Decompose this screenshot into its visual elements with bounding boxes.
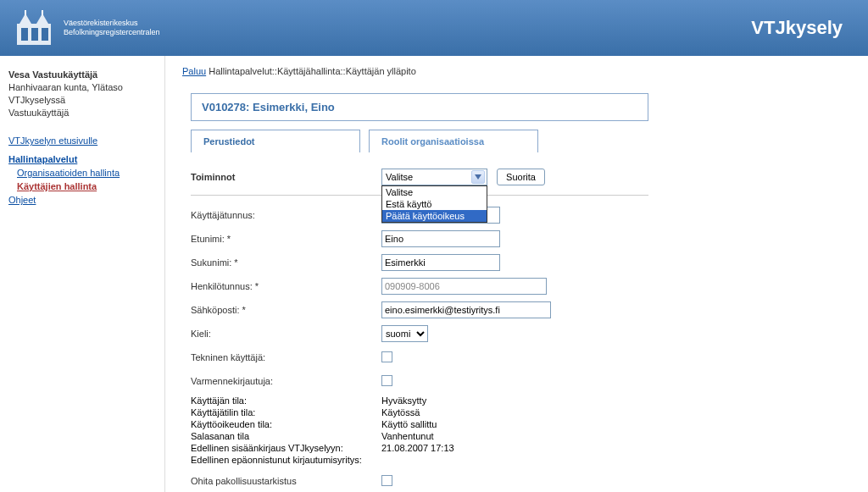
user-info-block: Vesa Vastuukäyttäjä Hanhivaaran kunta, Y… <box>8 69 156 119</box>
email-label: Sähköposti: * <box>191 305 381 315</box>
last-login-value: 21.08.2007 17:13 <box>381 443 454 453</box>
toiminnot-label: Toiminnot <box>191 172 381 182</box>
account-state-value: Käytössä <box>381 407 420 417</box>
right-state-value: Käyttö sallittu <box>381 419 437 429</box>
last-fail-label: Edellinen epäonnistunut kirjautumisyrity… <box>191 455 381 465</box>
page-title: V010278: Esimerkki, Eino <box>191 93 648 121</box>
tabs: Perustiedot Roolit organisaatioissa <box>191 130 648 152</box>
tab-basic-info[interactable]: Perustiedot <box>191 130 360 152</box>
password-state-value: Vanhentunut <box>381 431 434 441</box>
main-content: Paluu Hallintapalvelut::Käyttäjähallinta… <box>165 56 868 492</box>
technical-label: Tekninen käyttäjä: <box>191 352 381 362</box>
user-context: VTJkyselyssä <box>8 94 156 107</box>
username-label: Käyttäjätunnus: <box>191 210 381 220</box>
account-state-label: Käyttäjätilin tila: <box>191 407 381 417</box>
svg-rect-7 <box>42 10 43 15</box>
suorita-button[interactable]: Suorita <box>497 169 545 185</box>
toiminnot-selected: Valitse <box>386 172 413 182</box>
vrk-logo-icon <box>13 7 55 49</box>
password-state-label: Salasanan tila <box>191 431 381 441</box>
breadcrumb-back-link[interactable]: Paluu <box>182 66 206 76</box>
breadcrumb-trail: Hallintapalvelut::Käyttäjähallinta::Käyt… <box>209 66 416 76</box>
sidebar-section-admin[interactable]: Hallintapalvelut <box>8 154 156 164</box>
breadcrumb: Paluu Hallintapalvelut::Käyttäjähallinta… <box>182 66 851 76</box>
lang-select[interactable]: suomi <box>381 325 428 342</box>
user-state-value: Hyväksytty <box>381 395 426 406</box>
lastname-input[interactable] <box>381 254 500 271</box>
toiminnot-dropdown-list: Valitse Estä käyttö Päätä käyttöoikeus <box>381 185 487 223</box>
user-role: Vastuukäyttäjä <box>8 107 156 119</box>
sidebar-link-frontpage[interactable]: VTJkyselyn etusivulle <box>8 135 156 146</box>
tab-roles[interactable]: Roolit organisaatioissa <box>369 130 538 152</box>
logo-area: Väestörekisterikeskus Befolkningsregiste… <box>13 7 160 49</box>
right-state-label: Käyttöoikeuden tila: <box>191 419 381 429</box>
sidebar-link-orgs[interactable]: Organisaatioiden hallinta <box>17 168 156 178</box>
email-input[interactable] <box>381 301 551 318</box>
user-state-label: Käyttäjän tila: <box>191 395 381 406</box>
toiminnot-select[interactable]: Valitse Valitse Estä käyttö Päätä käyttö… <box>381 169 487 185</box>
app-title: VTJkysely <box>751 17 843 39</box>
cert-checkbox[interactable] <box>381 375 392 386</box>
toiminnot-option-paata[interactable]: Päätä käyttöoikeus <box>382 210 487 222</box>
toiminnot-option-esta[interactable]: Estä käyttö <box>382 198 487 210</box>
hetu-label: Henkilötunnus: * <box>191 281 381 291</box>
last-login-label: Edellinen sisäänkirjaus VTJkyselyyn: <box>191 443 381 453</box>
hetu-input[interactable] <box>381 278 547 295</box>
svg-rect-6 <box>25 10 26 15</box>
firstname-label: Etunimi: * <box>191 234 381 244</box>
chevron-down-icon <box>471 170 485 184</box>
svg-rect-1 <box>21 28 28 41</box>
toiminnot-option-valitse[interactable]: Valitse <box>382 186 487 198</box>
user-org: Hanhivaaran kunta, Ylätaso <box>8 81 156 94</box>
top-bar: Väestörekisterikeskus Befolkningsregiste… <box>0 0 868 56</box>
skip-label: Ohita pakollisuustarkistus <box>191 476 381 486</box>
user-name: Vesa Vastuukäyttäjä <box>8 69 156 81</box>
sidebar-link-users[interactable]: Käyttäjien hallinta <box>17 181 156 191</box>
org-name-fi: Väestörekisterikeskus <box>64 19 160 28</box>
cert-label: Varmennekirjautuja: <box>191 376 381 386</box>
technical-checkbox[interactable] <box>381 351 392 362</box>
org-name-sv: Befolkningsregistercentralen <box>64 28 160 37</box>
sidebar: Vesa Vastuukäyttäjä Hanhivaaran kunta, Y… <box>0 56 165 492</box>
svg-rect-3 <box>42 28 48 41</box>
svg-rect-2 <box>31 28 38 41</box>
skip-checkbox[interactable] <box>381 475 392 486</box>
sidebar-link-help[interactable]: Ohjeet <box>8 195 156 205</box>
firstname-input[interactable] <box>381 230 500 247</box>
lang-label: Kieli: <box>191 329 381 339</box>
svg-marker-8 <box>475 174 481 180</box>
lastname-label: Sukunimi: * <box>191 257 381 268</box>
